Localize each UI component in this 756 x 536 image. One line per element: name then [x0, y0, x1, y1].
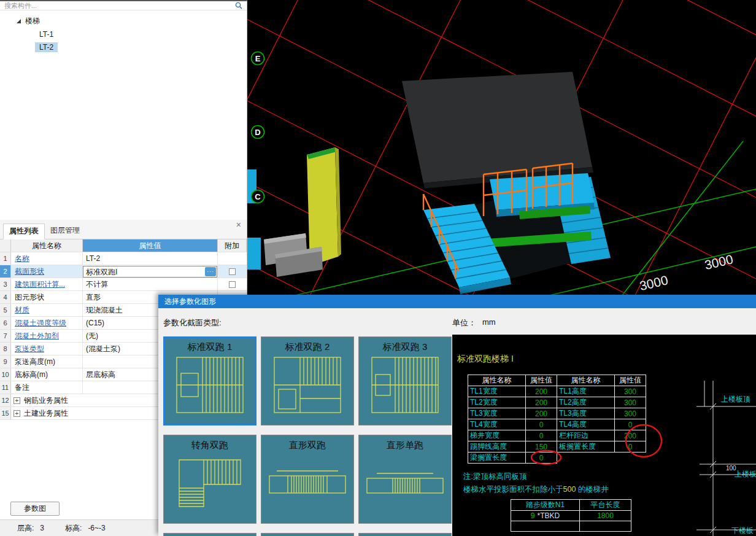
property-table-header: 属性名称 属性值 附加 — [0, 239, 247, 252]
label-upper-slab: 上楼板 — [735, 469, 756, 480]
label-lower-slab: 下楼板 — [731, 526, 754, 536]
card-standard-double-1[interactable]: 标准双跑 1 — [163, 336, 256, 425]
extra-cell — [218, 252, 247, 265]
pv-row: TL1宽度200 TL1高度300 — [468, 386, 646, 397]
preview-note-1: 注:梁顶标高同板顶 — [463, 472, 526, 482]
elevation-label: 标高: — [65, 523, 82, 534]
stair-diagram — [168, 354, 252, 416]
pv-header: 属性值 — [526, 375, 557, 386]
table-row-selected[interactable]: 2 截面形状 标准双跑I ··· — [0, 265, 247, 278]
search-placeholder: 搜索构件... — [4, 1, 37, 10]
axis-label: C — [255, 192, 261, 201]
property-value[interactable]: LT-2 — [83, 252, 218, 265]
search-input[interactable]: 搜索构件... — [0, 1, 247, 10]
card-title: 标准双跑 3 — [359, 341, 451, 353]
property-name: 备注 — [11, 381, 83, 394]
preview-title: 标准双跑楼梯 I — [457, 354, 514, 365]
card-title: 直形双跑 — [261, 440, 353, 451]
property-name: 材质 — [11, 304, 83, 316]
row-number: 10 — [0, 368, 11, 381]
tree-expand-icon[interactable] — [17, 19, 21, 23]
table-row[interactable]: 1 名称 LT-2 — [0, 252, 247, 265]
parametric-graphic-dialog: 选择参数化图形 参数化截面类型: 单位： mm 标准双跑 1 标准双跑 2 — [158, 295, 756, 536]
platform-length: 1800 — [580, 511, 631, 521]
tree-item-label: LT-2 — [35, 42, 58, 52]
step-code: *TBKD — [538, 511, 560, 520]
properties-tabs: 属性列表 图层管理 — [3, 223, 85, 239]
property-name: 混凝土强度等级 — [11, 317, 83, 329]
extra-checkbox[interactable] — [229, 281, 236, 288]
group-name: 土建业务属性 — [24, 407, 68, 419]
elevation-value: -6~-3 — [88, 524, 105, 532]
card-title: 标准双跑 1 — [165, 341, 255, 353]
component-tree: 楼梯 LT-1 LT-2 — [0, 10, 247, 53]
card-title: 标准双跑 2 — [261, 341, 353, 353]
tree-item-lt2[interactable]: LT-2 — [0, 41, 247, 53]
component-tree-panel: 搜索构件... 楼梯 LT-1 LT-2 — [0, 0, 247, 220]
tree-item-lt1[interactable]: LT-1 — [0, 28, 247, 41]
ellipsis-button[interactable]: ··· — [205, 267, 216, 276]
pv-row: TL2宽度200 TL2高度300 — [468, 397, 646, 408]
viewport-canvas[interactable]: 3000 3000 — [247, 0, 756, 295]
card-partial[interactable] — [358, 533, 452, 536]
card-title: 直形单跑 — [359, 440, 451, 451]
property-name: 建筑面积计算... — [11, 278, 83, 290]
group-name: 钢筋业务属性 — [24, 394, 68, 406]
extra-checkbox[interactable] — [229, 268, 236, 275]
floor-height-value: 3 — [40, 524, 44, 532]
row-number: 9 — [0, 355, 11, 368]
row-number: 5 — [0, 304, 11, 316]
card-standard-double-3[interactable]: 标准双跑 3 — [358, 336, 452, 425]
app: 搜索构件... 楼梯 LT-1 LT-2 × 属性列表 图层管理 — [0, 0, 756, 536]
property-value[interactable]: 不计算 — [83, 278, 218, 290]
pv-steps-header: 踏步级数N1 — [511, 500, 580, 511]
pv-steps-header: 平台长度 — [580, 500, 631, 511]
pv-header: 属性名称 — [468, 375, 526, 386]
property-name: 名称 — [11, 252, 83, 265]
stair-type-cards: 标准双跑 1 标准双跑 2 标准双跑 3 — [163, 336, 450, 536]
parameter-diagram-button[interactable]: 参数图 — [10, 502, 60, 516]
row-number: 6 — [0, 317, 11, 329]
pv-row: TL4宽度0 TL4高度0 — [468, 419, 646, 430]
section-shape-editor[interactable]: 标准双跑I ··· — [83, 266, 217, 278]
stair-diagram — [168, 452, 252, 514]
pv-header: 属性名称 — [557, 375, 615, 386]
property-value[interactable]: 标准双跑I ··· — [83, 265, 218, 278]
close-icon[interactable]: × — [236, 220, 241, 230]
card-partial[interactable] — [163, 533, 256, 536]
card-straight-double[interactable]: 直形双跑 — [261, 435, 354, 524]
property-name: 图元形状 — [11, 291, 83, 303]
unit-value: mm — [482, 317, 496, 328]
floor-height-label: 层高: — [17, 523, 34, 534]
properties-header: × 属性列表 图层管理 — [0, 220, 247, 239]
viewport-3d[interactable]: 3000 3000 — [247, 0, 756, 295]
pv-row: 梯井宽度0 栏杆距边200 — [468, 430, 646, 441]
row-number: 2 — [0, 265, 11, 278]
card-title: 转角双跑 — [164, 440, 256, 451]
row-number: 3 — [0, 278, 11, 290]
section-type-label: 参数化截面类型: — [163, 317, 222, 328]
header-extra: 附加 — [218, 239, 247, 252]
card-corner-double[interactable]: 转角双跑 — [163, 435, 256, 524]
property-name: 底标高(m) — [11, 368, 83, 381]
row-number: 7 — [0, 330, 11, 342]
card-partial[interactable] — [261, 533, 354, 536]
row-number: 1 — [0, 252, 11, 265]
expand-plus-icon[interactable]: + — [14, 397, 20, 404]
tab-property-list[interactable]: 属性列表 — [3, 223, 45, 239]
card-standard-double-2[interactable]: 标准双跑 2 — [261, 336, 354, 425]
header-num — [0, 239, 11, 252]
search-icon[interactable] — [235, 2, 242, 9]
pv-row: TL3宽度200 TL3高度300 — [468, 408, 646, 419]
tree-node-stairs[interactable]: 楼梯 — [0, 15, 247, 28]
expand-plus-icon[interactable]: + — [14, 410, 20, 417]
dialog-titlebar[interactable]: 选择参数化图形 — [158, 295, 756, 308]
property-name: 截面形状 — [11, 265, 83, 278]
pv-header: 属性值 — [615, 375, 646, 386]
stair-diagram — [363, 452, 447, 514]
row-number: 4 — [0, 291, 11, 303]
card-straight-single[interactable]: 直形单跑 — [358, 435, 452, 524]
tab-layer-management[interactable]: 图层管理 — [45, 223, 85, 239]
extra-cell — [218, 278, 247, 290]
table-row[interactable]: 3 建筑面积计算... 不计算 — [0, 278, 247, 291]
